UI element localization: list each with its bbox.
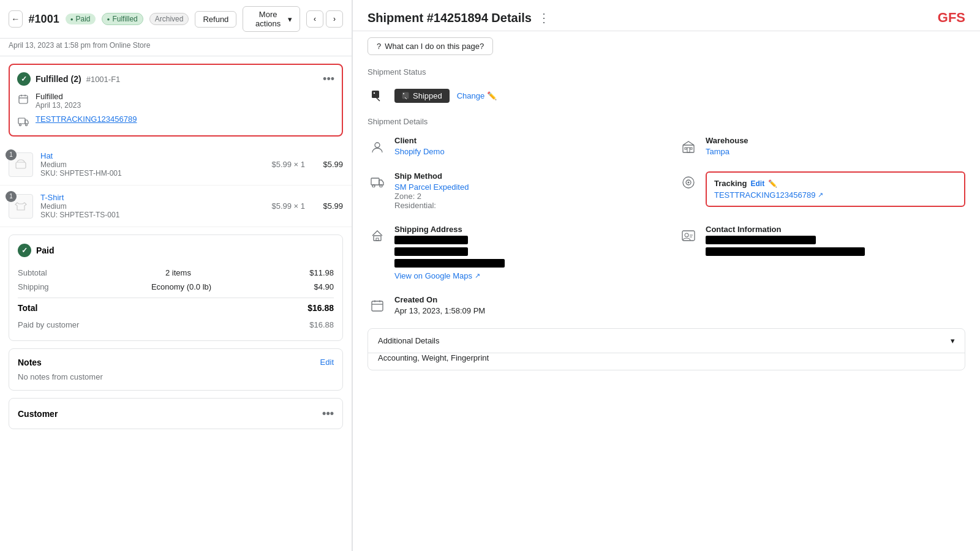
paid-by-label: Paid by customer <box>18 320 79 329</box>
shipment-details-label: Shipment Details <box>353 111 980 130</box>
additional-dropdown-value: Accounting, Weight, Fingerprint <box>368 353 965 370</box>
svg-point-2 <box>20 124 21 126</box>
details-grid: Client Shopify Demo Warehouse Tampa <box>368 136 965 316</box>
prev-button[interactable]: ‹ <box>306 10 323 28</box>
status-tag: Shipped <box>394 89 450 103</box>
customer-title: Customer <box>18 409 58 419</box>
fulfilled-header: ✓ Fulfilled (2) #1001-F1 ••• <box>17 72 334 86</box>
tag-icon <box>368 86 387 106</box>
notes-section: Notes Edit No notes from customer <box>9 348 343 391</box>
check-icon: ✓ <box>17 72 31 86</box>
item-price-formula-tshirt: $5.99 × 1 <box>271 201 305 211</box>
contact-icon <box>679 226 698 246</box>
created-on-label: Created On <box>394 295 654 304</box>
item-sku-hat: SKU: SHPTEST-HM-001 <box>40 169 264 178</box>
additional-label: Additional Details <box>378 336 439 345</box>
address-line-3 <box>394 259 654 269</box>
address-redacted-3 <box>394 259 505 268</box>
order-number: #1001 <box>29 13 59 26</box>
address-redacted-1 <box>394 236 468 244</box>
svg-rect-5 <box>372 91 379 98</box>
tracking-label: Tracking <box>714 179 747 188</box>
paid-label: Paid <box>36 246 55 255</box>
next-button[interactable]: › <box>326 10 343 28</box>
total-value: $16.88 <box>307 303 334 313</box>
subtotal-row: Subtotal 2 items $11.98 <box>18 266 334 280</box>
additional-details-section: Additional Details ▾ Accounting, Weight,… <box>368 328 965 370</box>
home-icon <box>368 226 387 246</box>
help-button[interactable]: ? What can I do on this page? <box>368 37 493 55</box>
item-total-hat: $5.99 <box>312 160 343 169</box>
notes-title: Notes <box>18 358 42 367</box>
shipping-address-detail: Shipping Address View on Google Maps ↗ <box>368 225 654 280</box>
shipping-method: Economy (0.0 lb) <box>151 282 211 291</box>
svg-point-8 <box>403 93 404 94</box>
contact-label: Contact Information <box>706 225 965 234</box>
svg-point-6 <box>374 92 375 94</box>
client-detail: Client Shopify Demo <box>368 136 654 157</box>
fulfilled-date: April 13, 2023 <box>36 101 81 110</box>
item-image-tshirt: 1 <box>9 194 33 219</box>
notes-content: No notes from customer <box>18 372 334 381</box>
paid-header: ✓ Paid <box>18 244 334 257</box>
address-line-2 <box>394 247 654 257</box>
fulfilled-status-text: Fulfilled <box>36 92 81 101</box>
left-panel: ← #1001 Paid Fulfilled Archived Refund M… <box>0 0 352 551</box>
refund-button[interactable]: Refund <box>195 11 236 28</box>
fulfilled-meta: Fulfilled April 13, 2023 TESTTRACKING123… <box>17 92 334 128</box>
ship-method-icon <box>368 173 387 192</box>
status-row: Shipped Change ✏️ <box>353 80 980 111</box>
details-section: Client Shopify Demo Warehouse Tampa <box>353 130 980 322</box>
subtotal-items: 2 items <box>165 268 191 277</box>
order-subtitle: April 13, 2023 at 1:58 pm from Online St… <box>0 39 352 56</box>
contact-redacted-1 <box>706 236 816 244</box>
shipment-menu-dots[interactable]: ⋮ <box>538 10 550 25</box>
chevron-down-icon: ▾ <box>288 15 292 24</box>
tracking-number[interactable]: TESTTRACKING123456789 ↗ <box>714 190 957 200</box>
additional-details-header[interactable]: Additional Details ▾ <box>368 329 965 353</box>
warehouse-detail: Warehouse Tampa <box>679 136 965 157</box>
client-icon <box>368 137 387 157</box>
svg-point-16 <box>380 185 382 187</box>
item-variant-hat: Medium <box>40 160 264 169</box>
contact-redacted-2 <box>706 247 865 256</box>
svg-point-23 <box>685 233 688 237</box>
external-link-map-icon: ↗ <box>475 272 480 280</box>
fulfilled-title: ✓ Fulfilled (2) #1001-F1 <box>17 72 120 86</box>
view-map-link[interactable]: View on Google Maps ↗ <box>394 271 654 280</box>
tracking-edit-link[interactable]: Edit <box>750 179 764 188</box>
customer-menu-dots[interactable]: ••• <box>322 407 334 420</box>
paid-section: ✓ Paid Subtotal 2 items $11.98 Shipping … <box>9 234 343 341</box>
item-name-tshirt[interactable]: T-Shirt <box>40 193 264 202</box>
warehouse-icon <box>679 137 698 157</box>
shipment-header: Shipment #14251894 Details ⋮ GFS <box>353 0 980 31</box>
svg-rect-4 <box>16 162 26 168</box>
svg-point-9 <box>375 143 380 148</box>
notes-edit-button[interactable]: Edit <box>320 358 334 367</box>
tracking-link[interactable]: TESTTRACKING123456789 <box>36 114 137 124</box>
shipment-title: Shipment #14251894 Details <box>368 11 532 25</box>
item-sku-tshirt: SKU: SHPTEST-TS-001 <box>40 211 264 219</box>
pencil-icon-tracking: ✏️ <box>768 179 777 188</box>
more-actions-button[interactable]: More actions ▾ <box>243 6 300 32</box>
back-button[interactable]: ← <box>9 10 23 28</box>
fulfilled-badge: Fulfilled <box>102 13 143 25</box>
change-status-link[interactable]: Change ✏️ <box>457 91 497 100</box>
warehouse-label: Warehouse <box>706 136 965 145</box>
svg-rect-14 <box>371 178 379 185</box>
ship-method-value[interactable]: SM Parcel Expedited <box>394 182 654 192</box>
tracking-row: TESTTRACKING123456789 <box>17 114 334 128</box>
contact-detail: Contact Information <box>679 225 965 280</box>
question-icon: ? <box>377 42 381 51</box>
warehouse-value[interactable]: Tampa <box>706 147 965 156</box>
item-quantity-badge-tshirt: 1 <box>6 191 17 202</box>
client-value[interactable]: Shopify Demo <box>394 147 654 156</box>
item-total-tshirt: $5.99 <box>312 201 343 211</box>
fulfilled-menu-dots[interactable]: ••• <box>323 73 334 86</box>
shipping-cost: $4.90 <box>314 282 334 291</box>
svg-rect-1 <box>18 118 25 124</box>
client-label: Client <box>394 136 654 145</box>
item-name-hat[interactable]: Hat <box>40 151 264 160</box>
external-link-icon: ↗ <box>818 191 823 199</box>
customer-section: Customer ••• <box>9 398 343 429</box>
